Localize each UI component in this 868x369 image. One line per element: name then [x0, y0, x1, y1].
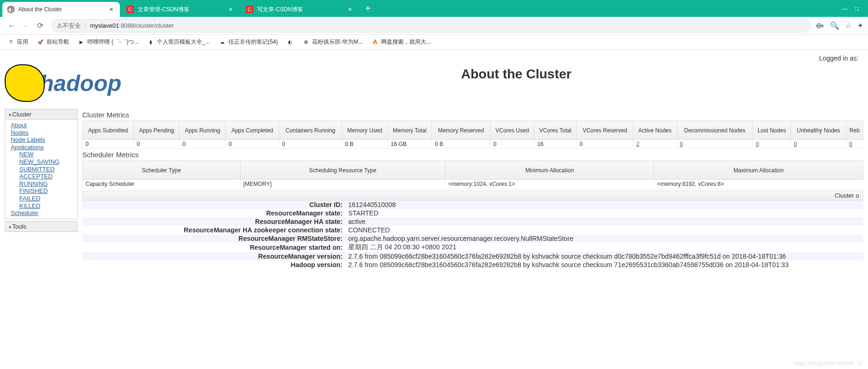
- new-tab-button[interactable]: +: [360, 3, 375, 14]
- bookmark-label: 前站导航: [47, 38, 69, 46]
- forward-button[interactable]: →: [19, 22, 33, 30]
- overview-row: ResourceManager version:2.7.6 from 08509…: [82, 252, 863, 261]
- bookmark-item[interactable]: ◐: [286, 38, 294, 46]
- column-header[interactable]: Unhealthy Nodes: [791, 121, 846, 140]
- bookmark-item[interactable]: ⠿应用: [7, 38, 28, 46]
- column-header[interactable]: Memory Total: [388, 121, 432, 140]
- column-header[interactable]: VCores Reserved: [577, 121, 633, 140]
- overview-row: Cluster ID:1612440510008: [82, 200, 863, 209]
- sidebar-state-running[interactable]: RUNNING: [19, 180, 77, 188]
- reload-button[interactable]: ⟳: [33, 21, 47, 30]
- column-header[interactable]: Decommissioned Nodes: [677, 121, 753, 140]
- sidebar-cluster-header[interactable]: Cluster: [5, 109, 78, 120]
- metric-cell: 0: [83, 140, 134, 149]
- sidebar-state-new[interactable]: NEW: [19, 151, 77, 158]
- csdn-icon: C: [126, 6, 134, 13]
- metric-cell: [MEMORY]: [240, 180, 445, 189]
- column-header[interactable]: Maximum Allocation: [654, 161, 863, 180]
- browser-tab[interactable]: ◐About the Cluster×: [2, 2, 120, 17]
- column-header[interactable]: Active Nodes: [633, 121, 677, 140]
- minimize-button[interactable]: ―: [842, 5, 848, 12]
- hw-icon: ✿: [302, 38, 310, 46]
- column-header[interactable]: VCores Used: [490, 121, 534, 140]
- csdn-icon: C: [246, 6, 253, 13]
- metric-link[interactable]: 0: [794, 141, 797, 147]
- bookmark-item[interactable]: ✿花粉俱乐部-华为M...: [302, 38, 363, 46]
- sidebar-state-accepted[interactable]: ACCEPTED: [19, 173, 77, 180]
- close-icon[interactable]: ×: [227, 6, 235, 13]
- metric-link[interactable]: 0: [756, 141, 759, 147]
- metric-cell: 0: [846, 140, 863, 149]
- column-header[interactable]: VCores Total: [534, 121, 577, 140]
- translate-icon[interactable]: ⟴: [815, 21, 824, 30]
- metric-cell: <memory:1024, vCores:1>: [445, 180, 654, 189]
- bookmark-item[interactable]: ▮个人简历模板大全_...: [147, 38, 210, 46]
- metric-cell: <memory:8192, vCores:8>: [654, 180, 863, 189]
- close-icon[interactable]: ×: [108, 6, 115, 13]
- column-header[interactable]: Reb: [846, 121, 863, 140]
- column-header[interactable]: Containers Running: [279, 121, 342, 140]
- sidebar-state-submitted[interactable]: SUBMITTED: [19, 166, 77, 173]
- zoom-icon[interactable]: 🔍: [830, 21, 839, 30]
- column-header[interactable]: Minimum Allocation: [445, 161, 654, 180]
- globe-icon: ◐: [286, 38, 294, 46]
- overview-value: org.apache.hadoop.yarn.server.resourcema…: [345, 234, 863, 243]
- sidebar-tools-header[interactable]: Tools: [5, 221, 78, 232]
- overview-table: Cluster ID:1612440510008ResourceManager …: [82, 200, 863, 269]
- bookmarks-bar: ⠿应用🚀前站导航▶哔哩哔哩 (゜-゜)つ...▮个人简历模板大全_...☁任正非…: [0, 35, 868, 50]
- sidebar: Cluster AboutNodesNode LabelsApplication…: [5, 109, 78, 269]
- overview-row: ResourceManager HA zookeeper connection …: [82, 226, 863, 234]
- star-icon[interactable]: ☆: [845, 21, 852, 30]
- sidebar-state-new_saving[interactable]: NEW_SAVING: [19, 158, 77, 166]
- column-header[interactable]: Apps Pending: [133, 121, 179, 140]
- overview-value: 2.7.6 from 085099c66cf28be31604560c376fa…: [345, 261, 863, 269]
- bookmark-item[interactable]: 🔥网盘搜索，就用大...: [371, 38, 431, 46]
- bookmark-label: 任正非传的笔记(54): [228, 38, 278, 46]
- metric-cell: 0 B: [342, 140, 387, 149]
- column-header[interactable]: Lost Nodes: [753, 121, 791, 140]
- sidebar-item-about[interactable]: About: [11, 122, 77, 129]
- sidebar-item-nodes[interactable]: Nodes: [11, 129, 77, 137]
- metric-link[interactable]: 0: [680, 141, 683, 147]
- browser-tab[interactable]: C写文章-CSDN博客×: [241, 2, 359, 17]
- metric-cell: 0: [133, 140, 179, 149]
- back-button[interactable]: ←: [5, 22, 19, 30]
- column-header[interactable]: Scheduling Resource Type: [240, 161, 445, 180]
- column-header[interactable]: Memory Reserved: [432, 121, 490, 140]
- bookmark-item[interactable]: 🚀前站导航: [37, 38, 69, 46]
- bookmark-item[interactable]: ☁任正非传的笔记(54): [219, 38, 278, 46]
- sidebar-item-scheduler[interactable]: Scheduler: [11, 209, 77, 217]
- browser-tab[interactable]: C文章管理-CSDN博客×: [122, 2, 239, 17]
- scheduler-metrics-title: Scheduler Metrics: [82, 151, 863, 159]
- overview-row: ResourceManager HA state:active: [82, 217, 863, 226]
- note-icon: ☁: [219, 38, 226, 46]
- metric-link[interactable]: 0: [849, 141, 852, 147]
- metric-cell: 0: [279, 140, 342, 149]
- hadoop-logo[interactable]: hadoop: [5, 62, 169, 104]
- maximize-button[interactable]: □: [855, 5, 859, 12]
- column-header[interactable]: Memory Used: [342, 121, 387, 140]
- tab-title: About the Cluster: [18, 6, 108, 13]
- metric-cell: 0: [226, 140, 279, 149]
- url-host: myslave01: [90, 22, 119, 29]
- sidebar-state-killed[interactable]: KILLED: [19, 202, 77, 210]
- metric-cell: 0: [791, 140, 846, 149]
- sidebar-state-finished[interactable]: FINISHED: [19, 187, 77, 195]
- metric-link[interactable]: 2: [636, 141, 640, 147]
- sidebar-state-failed[interactable]: FAILED: [19, 195, 77, 202]
- logged-in-text: Logged in as:: [5, 54, 863, 62]
- bookmark-item[interactable]: ▶哔哩哔哩 (゜-゜)つ...: [78, 38, 139, 46]
- overview-row: ResourceManager started on:星期四 二月 04 20:…: [82, 243, 863, 252]
- sidebar-item-node-labels[interactable]: Node Labels: [11, 136, 77, 144]
- extensions-icon[interactable]: ✦: [857, 21, 863, 30]
- address-bar: ← → ⟳ ⚠ 不安全 | myslave01:8088/cluster/clu…: [0, 17, 868, 35]
- close-icon[interactable]: ×: [346, 6, 354, 13]
- sidebar-item-applications[interactable]: Applications: [11, 144, 77, 151]
- column-header[interactable]: Apps Running: [180, 121, 226, 140]
- url-box[interactable]: ⚠ 不安全 | myslave01:8088/cluster/cluster: [52, 19, 811, 32]
- column-header[interactable]: Apps Completed: [226, 121, 279, 140]
- column-header[interactable]: Scheduler Type: [83, 161, 241, 180]
- bili-icon: ▶: [78, 38, 85, 46]
- column-header[interactable]: Apps Submitted: [83, 121, 134, 140]
- globe-icon: ◐: [7, 6, 15, 13]
